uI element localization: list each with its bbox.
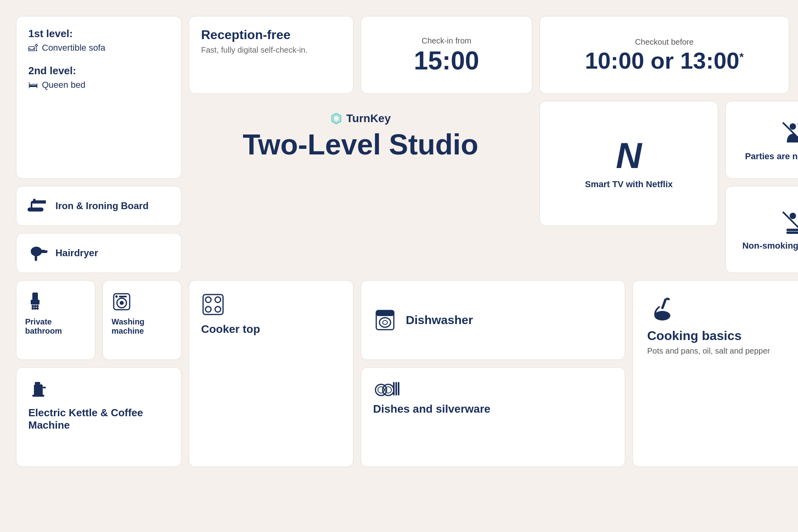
level1-bed-label: Convertible sofa xyxy=(42,43,105,53)
iron-label: Iron & Ironing Board xyxy=(55,200,148,212)
parties-label: Parties are not allowed xyxy=(745,151,798,162)
nosmoking-label: Non-smoking apartment xyxy=(742,241,798,251)
level1-title: 1st level: xyxy=(28,28,169,40)
dishes-card: Dishes and silverware xyxy=(361,367,625,467)
cooking-sublabel: Pots and pans, oil, salt and pepper xyxy=(647,346,798,356)
svg-point-45 xyxy=(654,311,670,320)
svg-point-31 xyxy=(215,297,221,303)
netflix-n: N xyxy=(616,138,642,174)
svg-point-9 xyxy=(32,305,34,307)
cooker-icon xyxy=(201,293,225,316)
kettle-card: Electric Kettle & Coffee Machine xyxy=(16,367,182,467)
no-parties-icon xyxy=(779,119,798,146)
checkin-card: Check-in from 15:00 xyxy=(361,16,532,94)
svg-point-32 xyxy=(205,307,211,312)
cooking-label: Cooking basics xyxy=(647,328,798,343)
checkout-card: Checkout before 10:00 or 13:00* xyxy=(539,16,789,94)
svg-point-18 xyxy=(115,295,118,298)
svg-rect-43 xyxy=(395,382,397,396)
level2-bed-row: 🛏 Queen bed xyxy=(28,79,169,91)
dishwasher-label: Dishwasher xyxy=(406,313,473,327)
svg-point-12 xyxy=(32,307,34,310)
svg-point-14 xyxy=(36,307,39,310)
brand-name: TurnKey xyxy=(346,112,391,125)
turnkey-logo-icon xyxy=(330,113,342,125)
svg-rect-42 xyxy=(393,382,395,396)
studio-title: Two-Level Studio xyxy=(201,129,520,160)
svg-point-41 xyxy=(385,387,391,393)
svg-rect-8 xyxy=(31,300,40,305)
bathroom-label: Private bathroom xyxy=(25,317,86,336)
svg-rect-28 xyxy=(32,395,44,397)
bathroom-icon xyxy=(25,292,45,312)
hairdryer-icon xyxy=(28,244,48,262)
svg-point-36 xyxy=(379,318,391,327)
sofa-icon: 🛋 xyxy=(28,42,38,53)
bathroom-card: Private bathroom xyxy=(16,280,95,360)
checkin-label: Check-in from xyxy=(422,36,471,45)
svg-rect-19 xyxy=(119,296,127,297)
level2-bed-label: Queen bed xyxy=(42,80,85,90)
cooking-icon xyxy=(647,295,675,323)
reception-title: Reception-free xyxy=(201,28,341,42)
svg-point-2 xyxy=(31,247,42,256)
reception-card: Reception-free Fast, fully digital self-… xyxy=(189,16,354,94)
svg-rect-4 xyxy=(35,255,37,261)
svg-point-6 xyxy=(45,249,47,251)
svg-rect-1 xyxy=(33,199,36,203)
svg-point-13 xyxy=(34,307,36,310)
washing-card: Washing machine xyxy=(103,280,182,360)
smarttv-label: Smart TV with Netflix xyxy=(585,179,673,190)
iron-card: Iron & Ironing Board xyxy=(16,186,182,226)
cooker-card: Cooker top xyxy=(189,280,354,467)
svg-point-30 xyxy=(205,297,211,303)
dishwasher-icon xyxy=(373,308,397,332)
dishes-label: Dishes and silverware xyxy=(373,403,613,415)
dishwasher-card: Dishwasher xyxy=(361,280,625,360)
dishes-icon xyxy=(373,379,401,399)
washing-label: Washing machine xyxy=(112,317,173,336)
svg-point-5 xyxy=(43,247,45,249)
smarttv-card: N Smart TV with Netflix xyxy=(539,101,718,226)
svg-point-37 xyxy=(383,320,387,324)
svg-rect-0 xyxy=(28,208,43,212)
reception-subtitle: Fast, fully digital self-check-in. xyxy=(201,45,341,55)
hairdryer-label: Hairdryer xyxy=(55,247,98,259)
washing-icon xyxy=(112,292,132,312)
svg-rect-26 xyxy=(34,384,43,396)
svg-point-11 xyxy=(36,305,39,307)
bathroom-washing-container: Private bathroom Washing machine xyxy=(16,280,182,360)
svg-rect-44 xyxy=(398,382,399,396)
svg-point-17 xyxy=(120,301,124,305)
svg-rect-46 xyxy=(661,298,667,309)
kettle-icon xyxy=(28,379,51,401)
svg-rect-7 xyxy=(32,293,38,301)
svg-rect-35 xyxy=(376,310,394,316)
checkout-time: 10:00 or 13:00* xyxy=(585,49,744,72)
level2-title: 2nd level: xyxy=(28,65,169,77)
level1-bed-row: 🛋 Convertible sofa xyxy=(28,42,169,53)
parties-card: Parties are not allowed xyxy=(725,101,798,179)
svg-rect-25 xyxy=(35,382,40,384)
beds-card: 1st level: 🛋 Convertible sofa 2nd level:… xyxy=(16,16,182,179)
svg-point-23 xyxy=(790,213,796,219)
svg-rect-27 xyxy=(43,387,46,388)
kettle-label: Electric Kettle & Coffee Machine xyxy=(28,407,169,431)
svg-point-20 xyxy=(790,123,796,130)
iron-icon xyxy=(28,198,48,214)
nosmoking-card: Non-smoking apartment xyxy=(725,186,798,273)
brand-row: TurnKey xyxy=(201,112,520,125)
no-smoking-icon xyxy=(779,208,798,236)
checkin-time: 15:00 xyxy=(414,48,479,73)
cooking-card: Cooking basics Pots and pans, oil, salt … xyxy=(632,280,798,467)
svg-point-10 xyxy=(34,305,36,307)
svg-point-33 xyxy=(215,307,221,312)
bed-icon: 🛏 xyxy=(28,79,38,91)
hairdryer-card: Hairdryer xyxy=(16,233,182,273)
cooker-label: Cooker top xyxy=(201,323,341,336)
checkout-label: Checkout before xyxy=(635,38,694,47)
